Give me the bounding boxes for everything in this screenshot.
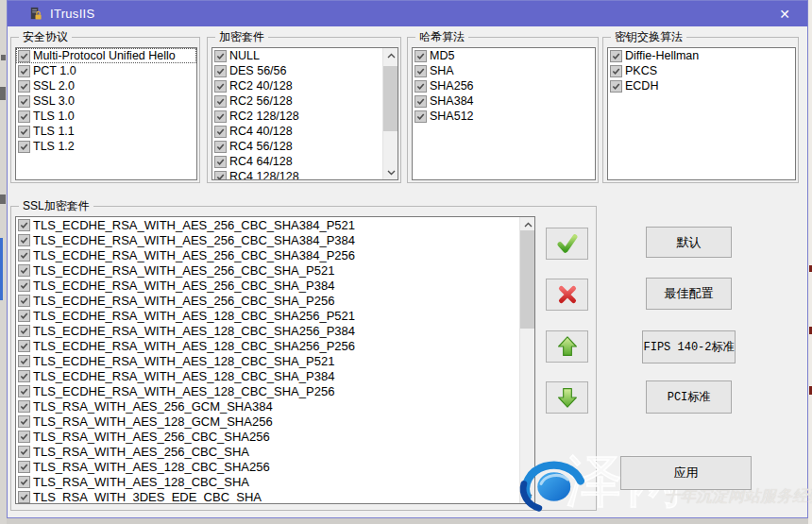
list-item[interactable]: Multi-Protocol Unified Hello — [16, 48, 196, 63]
confirm-button[interactable] — [546, 228, 588, 260]
checkbox-checked-icon[interactable] — [18, 491, 30, 503]
checkbox-checked-icon[interactable] — [18, 126, 30, 138]
checkbox-checked-icon[interactable] — [214, 50, 227, 62]
move-up-button[interactable] — [546, 330, 588, 363]
scroll-down-button[interactable] — [520, 489, 535, 503]
checkbox-checked-icon[interactable] — [18, 325, 30, 337]
cipher-suites-list[interactable]: NULLDES 56/56RC2 40/128RC2 56/128RC2 128… — [211, 47, 398, 180]
list-item[interactable]: TLS_ECDHE_RSA_WITH_AES_128_CBC_SHA_P256 — [16, 383, 534, 398]
remove-button[interactable] — [546, 279, 588, 311]
checkbox-checked-icon[interactable] — [214, 141, 227, 153]
list-item[interactable]: TLS_ECDHE_RSA_WITH_AES_256_CBC_SHA384_P3… — [16, 232, 534, 247]
checkbox-checked-icon[interactable] — [414, 50, 427, 62]
checkbox-checked-icon[interactable] — [18, 431, 30, 443]
scrollbar-vertical[interactable] — [519, 217, 534, 503]
scrollbar-thumb[interactable] — [383, 66, 398, 131]
checkbox-checked-icon[interactable] — [18, 234, 30, 246]
list-item[interactable]: RC4 64/128 — [212, 154, 398, 169]
checkbox-checked-icon[interactable] — [214, 156, 227, 168]
checkbox-checked-icon[interactable] — [18, 264, 30, 277]
list-item[interactable]: SHA512 — [413, 109, 595, 124]
list-item[interactable]: TLS_RSA_WITH_AES_128_CBC_SHA — [16, 474, 534, 489]
checkbox-checked-icon[interactable] — [610, 50, 622, 62]
list-item[interactable]: RC2 128/128 — [212, 109, 398, 124]
checkbox-checked-icon[interactable] — [414, 65, 427, 77]
list-item[interactable]: RC4 40/128 — [212, 124, 398, 139]
titlebar[interactable]: ITrusIIS ✕ — [8, 1, 807, 26]
checkbox-checked-icon[interactable] — [18, 219, 30, 231]
checkbox-checked-icon[interactable] — [18, 95, 30, 108]
checkbox-checked-icon[interactable] — [18, 295, 30, 307]
scroll-up-button[interactable] — [520, 217, 535, 231]
list-item[interactable]: TLS_ECDHE_RSA_WITH_AES_128_CBC_SHA256_P5… — [16, 308, 534, 323]
checkbox-checked-icon[interactable] — [18, 461, 30, 473]
list-item[interactable]: SSL 3.0 — [16, 93, 196, 109]
apply-button[interactable]: 应用 — [620, 456, 752, 490]
checkbox-checked-icon[interactable] — [18, 370, 30, 382]
checkbox-checked-icon[interactable] — [414, 95, 427, 108]
list-item[interactable]: TLS_ECDHE_RSA_WITH_AES_256_CBC_SHA_P384 — [16, 278, 534, 293]
checkbox-checked-icon[interactable] — [18, 476, 30, 488]
checkbox-checked-icon[interactable] — [214, 80, 227, 93]
list-item[interactable]: RC4 128/128 — [212, 169, 398, 180]
checkbox-checked-icon[interactable] — [18, 340, 30, 352]
list-item[interactable]: TLS_ECDHE_RSA_WITH_AES_256_CBC_SHA384_P2… — [16, 247, 534, 262]
checkbox-checked-icon[interactable] — [214, 95, 227, 108]
checkbox-checked-icon[interactable] — [18, 415, 30, 428]
list-item[interactable]: TLS_RSA_WITH_AES_256_CBC_SHA256 — [16, 429, 534, 444]
list-item[interactable]: SHA256 — [413, 78, 595, 93]
list-item[interactable]: TLS_ECDHE_RSA_WITH_AES_128_CBC_SHA256_P2… — [16, 338, 534, 353]
checkbox-checked-icon[interactable] — [18, 80, 30, 93]
list-item[interactable]: TLS_RSA_WITH_3DES_EDE_CBC_SHA — [16, 489, 534, 504]
fips-140-2-button[interactable]: FIPS 140-2标准 — [642, 330, 736, 363]
checkbox-checked-icon[interactable] — [18, 141, 30, 153]
list-item[interactable]: MD5 — [413, 48, 595, 63]
checkbox-checked-icon[interactable] — [214, 65, 227, 77]
list-item[interactable]: TLS_RSA_WITH_AES_256_GCM_SHA384 — [16, 398, 534, 414]
list-item[interactable]: TLS_ECDHE_RSA_WITH_AES_128_CBC_SHA_P384 — [16, 368, 534, 383]
checkbox-checked-icon[interactable] — [414, 80, 427, 93]
scrollbar-thumb[interactable] — [520, 230, 535, 329]
list-item[interactable]: ECDH — [608, 78, 795, 93]
list-item[interactable]: PKCS — [608, 63, 795, 78]
key-exchange-list[interactable]: Diffie-HellmanPKCSECDH — [607, 47, 796, 180]
list-item[interactable]: DES 56/56 — [212, 63, 398, 78]
checkbox-checked-icon[interactable] — [18, 310, 30, 322]
list-item[interactable]: TLS_RSA_WITH_AES_128_CBC_SHA256 — [16, 459, 534, 474]
list-item[interactable]: TLS 1.1 — [16, 124, 196, 139]
ssl-cipher-suites-list[interactable]: TLS_ECDHE_RSA_WITH_AES_256_CBC_SHA384_P5… — [15, 216, 535, 504]
pci-standard-button[interactable]: PCI标准 — [646, 380, 732, 414]
list-item[interactable]: RC2 56/128 — [212, 93, 398, 109]
checkbox-checked-icon[interactable] — [18, 446, 30, 458]
checkbox-checked-icon[interactable] — [610, 65, 622, 77]
scroll-up-button[interactable] — [383, 48, 398, 62]
checkbox-checked-icon[interactable] — [214, 171, 227, 181]
list-item[interactable]: TLS 1.2 — [16, 139, 196, 154]
list-item[interactable]: RC2 40/128 — [212, 78, 398, 93]
list-item[interactable]: SHA384 — [413, 93, 595, 109]
checkbox-checked-icon[interactable] — [610, 80, 622, 93]
list-item[interactable]: SHA — [413, 63, 595, 78]
checkbox-checked-icon[interactable] — [18, 385, 30, 397]
checkbox-checked-icon[interactable] — [18, 65, 30, 77]
list-item[interactable]: TLS_ECDHE_RSA_WITH_AES_128_CBC_SHA256_P3… — [16, 323, 534, 338]
checkbox-checked-icon[interactable] — [414, 110, 427, 123]
list-item[interactable]: TLS_ECDHE_RSA_WITH_AES_256_CBC_SHA_P256 — [16, 293, 534, 308]
list-item[interactable]: NULL — [212, 48, 398, 63]
list-item[interactable]: PCT 1.0 — [16, 63, 196, 78]
scroll-down-button[interactable] — [383, 165, 398, 179]
checkbox-checked-icon[interactable] — [18, 249, 30, 262]
list-item[interactable]: TLS_RSA_WITH_AES_256_CBC_SHA — [16, 444, 534, 459]
hash-algorithms-list[interactable]: MD5SHASHA256SHA384SHA512 — [412, 47, 596, 180]
checkbox-checked-icon[interactable] — [18, 50, 30, 62]
close-button[interactable]: ✕ — [770, 3, 800, 25]
checkbox-checked-icon[interactable] — [214, 126, 227, 138]
security-protocols-list[interactable]: Multi-Protocol Unified HelloPCT 1.0SSL 2… — [15, 47, 197, 180]
list-item[interactable]: SSL 2.0 — [16, 78, 196, 93]
move-down-button[interactable] — [546, 381, 588, 414]
list-item[interactable]: TLS_ECDHE_RSA_WITH_AES_128_CBC_SHA_P521 — [16, 353, 534, 368]
checkbox-checked-icon[interactable] — [18, 355, 30, 367]
best-config-button[interactable]: 最佳配置 — [646, 278, 732, 310]
list-item[interactable]: TLS 1.0 — [16, 109, 196, 124]
list-item[interactable]: TLS_RSA_WITH_AES_128_GCM_SHA256 — [16, 414, 534, 429]
